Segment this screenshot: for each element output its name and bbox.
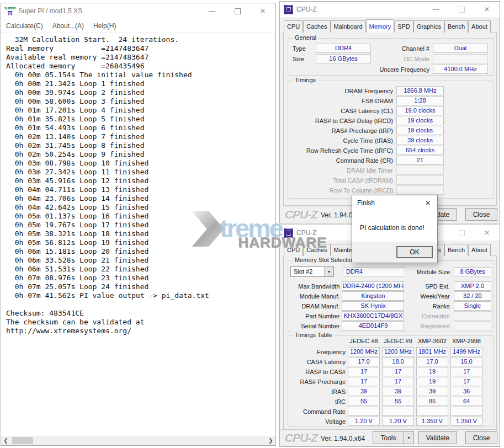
timing-value: 19 clocks <box>396 126 444 135</box>
chevron-down-icon[interactable]: ▼ <box>324 267 333 276</box>
timing-label: Command Rate (CR) <box>293 157 393 164</box>
field-label: Week/Year <box>404 293 449 300</box>
dialog-button-strip: OK <box>352 242 437 263</box>
close-button[interactable]: Close <box>465 208 497 221</box>
field-label: Correction <box>404 313 449 319</box>
maximize-icon <box>459 7 465 13</box>
menu-item-help[interactable]: Help(H) <box>93 22 116 30</box>
groupbox-general: General Type DDR4 Channel # Dual Size 16… <box>288 38 494 76</box>
maximize-icon <box>235 8 241 14</box>
field-label: Uncore Frequency <box>293 66 429 73</box>
cpuz-memory-window: CPU-Z — ✕ CPU Caches Mainboard Memory SP… <box>279 1 500 223</box>
table-cell: 1.20 V <box>348 417 380 426</box>
tab-caches[interactable]: Caches <box>303 244 330 256</box>
table-col-header: XMP-2998 <box>450 338 482 344</box>
field-label: Max Bandwidth <box>290 283 339 290</box>
slot-select[interactable]: Slot #2 ▼ <box>290 266 334 277</box>
dialog-close-button[interactable]: ✕ <box>418 195 437 211</box>
table-cell <box>450 407 482 416</box>
week-year-value: 32 / 20 <box>454 291 491 301</box>
table-cell: 17 <box>348 377 380 386</box>
maximize-button[interactable] <box>225 3 250 19</box>
maximize-icon <box>459 230 465 236</box>
field-label: Module Size <box>405 269 450 275</box>
table-cell: 17 <box>450 367 482 376</box>
tools-dropdown-button[interactable]: ▼ <box>404 431 414 444</box>
finish-dialog: Finish ✕ PI calculation is done! OK <box>352 195 438 263</box>
table-cell: 55 <box>382 397 414 406</box>
tab-cpu[interactable]: CPU <box>284 244 303 256</box>
timing-value <box>396 175 444 185</box>
pi-output-text: 32M Calculation Start. 24 iterations. Re… <box>6 35 209 335</box>
field-label: Module Manuf. <box>290 293 339 300</box>
table-cell: 19 <box>416 367 448 376</box>
groupbox-legend: Timings <box>293 77 318 83</box>
validate-button[interactable]: Validate <box>418 431 457 444</box>
timing-value <box>396 166 444 175</box>
superpi-titlebar[interactable]: SUPER π Super PI / mod1.5 XS — ✕ <box>1 3 275 19</box>
timing-label: RAS# Precharge (tRP) <box>293 127 393 134</box>
table-cell: 17 <box>382 367 414 376</box>
close-button[interactable]: Close <box>465 431 497 444</box>
tab-bench[interactable]: Bench <box>444 20 468 33</box>
minimize-button[interactable]: — <box>199 3 225 19</box>
minimize-button[interactable]: — <box>423 2 449 17</box>
table-col-header: JEDEC #9 <box>382 338 414 344</box>
field-label: DRAM Manuf. <box>290 303 339 310</box>
tab-graphics[interactable]: Graphics <box>413 20 444 33</box>
close-button[interactable]: ✕ <box>250 3 275 19</box>
table-row-label: tRC <box>290 398 346 405</box>
close-button[interactable]: ✕ <box>474 225 500 241</box>
timing-value: 2T <box>396 156 444 165</box>
tabstrip: CPU Caches Mainboard Memory SPD Graphics… <box>284 20 491 33</box>
horizontal-scrollbar[interactable]: ❮ ❯ <box>1 436 275 445</box>
table-cell: 17.0 <box>416 357 448 366</box>
tab-bench[interactable]: Bench <box>444 244 468 256</box>
cpuz-titlebar[interactable]: CPU-Z — ✕ <box>280 2 500 17</box>
timing-label: FSB:DRAM <box>293 98 393 104</box>
timing-value: 654 clocks <box>396 146 444 155</box>
timing-value: 1:28 <box>396 96 444 105</box>
field-label: SPD Ext. <box>404 283 449 290</box>
module-manuf-value: Kingston <box>342 291 404 301</box>
maximize-button <box>449 225 474 241</box>
memory-type-value: DDR4 <box>316 44 371 53</box>
timing-value: 39 clocks <box>396 136 444 145</box>
timing-label: DRAM Frequency <box>293 88 393 94</box>
tab-spd[interactable]: SPD <box>394 20 413 33</box>
timing-label: Row Refresh Cycle Time (tRFC) <box>293 147 393 154</box>
scroll-thumb[interactable] <box>12 437 33 444</box>
timing-value: 19 clocks <box>396 116 444 125</box>
table-row-label: CAS# Latency <box>290 359 346 365</box>
cpuz-app-icon <box>284 228 293 238</box>
cpuz-footer: CPU-Z Ver. 1.94.0.x64 Tools ▼ Validate C… <box>280 429 500 446</box>
timing-label: Cycle Time (tRAS) <box>293 137 393 144</box>
dialog-titlebar[interactable]: Finish ✕ <box>352 195 437 211</box>
table-cell: 1801 MHz <box>416 347 448 356</box>
scroll-right-button[interactable]: ❯ <box>266 436 275 445</box>
channel-value: Dual <box>433 44 488 53</box>
ok-button[interactable]: OK <box>396 246 433 258</box>
tab-mainboard[interactable]: Mainboard <box>331 20 366 33</box>
tab-about[interactable]: About <box>468 20 491 33</box>
menu-item-about[interactable]: About...(A) <box>52 22 84 30</box>
table-cell: 17 <box>382 377 414 386</box>
tools-button[interactable]: Tools <box>373 431 404 444</box>
table-cell: 64 <box>450 397 482 406</box>
tab-about[interactable]: About <box>468 244 491 256</box>
timing-label: CAS# Latency (CL) <box>293 108 393 114</box>
field-label: Size <box>293 56 316 62</box>
timing-value: 1866.8 MHz <box>396 86 444 95</box>
maximize-button <box>449 2 474 17</box>
timing-label: Total CAS# (tRDRAM) <box>293 177 393 184</box>
table-cell: 1200 MHz <box>348 347 380 356</box>
tab-cpu[interactable]: CPU <box>284 20 303 33</box>
menu-item-calculate[interactable]: Calculate(C) <box>6 22 43 30</box>
scroll-left-button[interactable]: ❮ <box>1 436 10 445</box>
cpuz-logo: CPU-Z <box>285 431 317 445</box>
tab-memory[interactable]: Memory <box>366 19 395 33</box>
tab-caches[interactable]: Caches <box>303 20 330 33</box>
module-size-value: 8 GBytes <box>454 267 491 276</box>
table-cell: 39 <box>382 387 414 396</box>
close-button[interactable]: ✕ <box>474 2 500 17</box>
